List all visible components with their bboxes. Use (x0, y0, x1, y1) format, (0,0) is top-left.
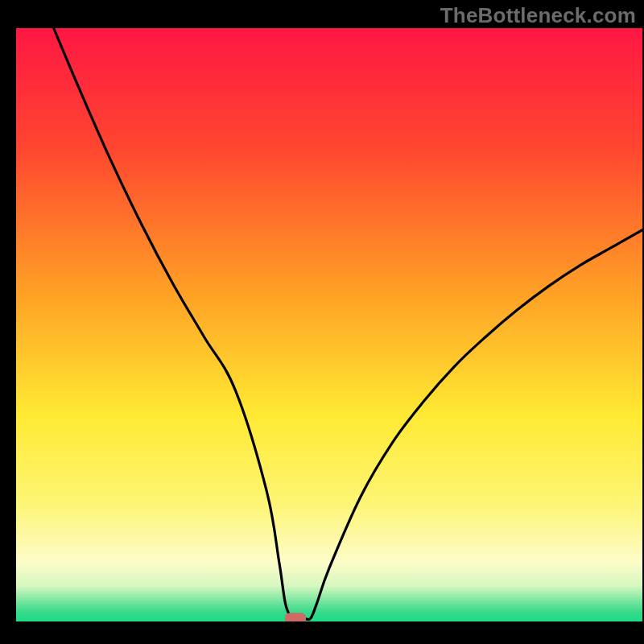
bottleneck-plot (0, 0, 644, 644)
watermark-text: TheBottleneck.com (440, 3, 636, 28)
optimal-marker (285, 613, 306, 624)
gradient-background (16, 28, 642, 621)
chart-container: TheBottleneck.com (0, 0, 644, 644)
